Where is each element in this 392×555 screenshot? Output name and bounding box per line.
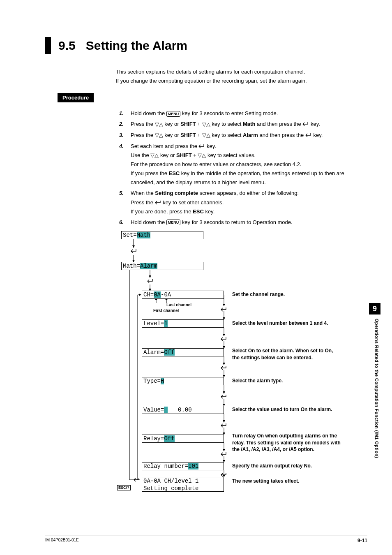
text: Value= [143, 407, 164, 413]
enter-icon [221, 423, 227, 430]
step-number: 4. [119, 142, 131, 187]
footer-doc-id: IM 04P02B01-01E [45, 538, 79, 543]
enter-icon [131, 248, 137, 255]
highlight: Math [137, 232, 151, 238]
step-5: 5. When the Setting complete screen appe… [119, 189, 367, 216]
text: 0.00 [168, 407, 192, 413]
step-body: Set each item and press the key. Use the… [131, 142, 367, 187]
down-up-icon: ▽△ [155, 131, 163, 140]
text: Hold down the [131, 110, 166, 116]
text: Level= [143, 320, 164, 327]
caption-alarm: Select On to set the alarm. When set to … [232, 347, 339, 361]
esc-label: ESC/? [117, 484, 131, 490]
page-footer: IM 04P02B01-01E 9-11 [45, 536, 367, 543]
step-3: 3. Press the ▽△ key or SHIFT + ▽△ key to… [119, 131, 367, 140]
text: For the procedure on how to enter values… [131, 161, 302, 167]
enter-icon [155, 200, 161, 205]
highlight: Off [164, 349, 174, 356]
enter-icon [221, 336, 227, 343]
side-chapter-title: Operations Related to the Computation Fu… [374, 319, 379, 508]
caption-relay-number: Specify the alarm output relay No. [232, 462, 339, 469]
enter-icon [221, 451, 227, 458]
lcd-type: Type=H [142, 377, 224, 385]
text: Hold down the [131, 219, 166, 225]
text: 0A-0A CH/level 1 [143, 478, 198, 484]
intro-line2: If you change the computing equation or … [116, 76, 367, 86]
first-channel-label: First channel [153, 308, 179, 313]
step-body: Hold down the MENU key for 3 seconds to … [131, 109, 367, 118]
section-heading: 9.5 Setting the Alarm [45, 37, 367, 54]
lcd-relay-number: Relay number=I01 [142, 462, 224, 470]
caption-level: Select the level number between 1 and 4. [232, 320, 339, 327]
text: -0A [161, 291, 171, 298]
intro-text: This section explains the details of set… [116, 67, 367, 86]
step-number: 3. [119, 131, 131, 140]
lcd-level: Level=1 [142, 319, 224, 328]
heading-bar [45, 37, 51, 54]
step-number: 1. [119, 109, 131, 118]
text: Relay= [143, 435, 164, 442]
step-body: When the Setting complete screen appears… [131, 189, 367, 216]
text: Type= [143, 378, 161, 384]
down-up-icon: ▽△ [198, 151, 206, 160]
step-body: Press the ▽△ key or SHIFT + ▽△ key to se… [131, 131, 367, 140]
step-number: 2. [119, 120, 131, 129]
down-up-icon: ▽△ [202, 131, 210, 140]
text: Setting complete [143, 485, 198, 492]
footer-page-number: 9-11 [357, 538, 367, 543]
step-2: 2. Press the ▽△ key or SHIFT + ▽△ key to… [119, 120, 367, 129]
down-up-icon: ▽△ [155, 120, 163, 129]
lcd-set: Set=Math [121, 231, 203, 239]
enter-icon [302, 122, 309, 127]
text: Math= [123, 263, 140, 269]
enter-icon [198, 144, 205, 149]
last-channel-label: Last channel [166, 303, 191, 307]
text: Relay number= [143, 463, 188, 469]
chapter-tab: 9 [369, 303, 380, 314]
intro-line1: This section explains the details of set… [116, 67, 367, 76]
heading-text: 9.5 Setting the Alarm [58, 37, 187, 54]
flow-lines [117, 231, 347, 494]
lcd-ch: CH=0A-0A [142, 291, 224, 299]
lcd-value: Value= 0.00 [142, 406, 224, 414]
enter-icon [134, 477, 140, 484]
text: Set= [123, 232, 137, 238]
caption-type: Select the alarm type. [232, 377, 339, 384]
highlight [164, 407, 167, 413]
section-title: Setting the Alarm [86, 39, 187, 52]
enter-icon [221, 365, 227, 372]
down-up-icon: ▽△ [202, 120, 210, 129]
step-number: 6. [119, 218, 131, 227]
caption-value: Select the value used to turn On the ala… [232, 406, 339, 413]
highlight: Alarm [140, 263, 157, 269]
highlight: I01 [188, 463, 198, 469]
text: key for 3 seconds to enter Setting mode. [180, 110, 278, 116]
lcd-math: Math=Alarm [121, 262, 203, 270]
text: key for 3 seconds to return to Operation… [180, 219, 292, 225]
enter-icon [221, 394, 227, 401]
lcd-setting-complete: 0A-0A CH/level 1 Setting complete [142, 477, 224, 492]
highlight: Off [164, 435, 174, 442]
highlight: 1 [164, 320, 167, 327]
caption-ch: Set the channel range. [232, 291, 339, 298]
step-body: Hold down the MENU key for 3 seconds to … [131, 218, 367, 227]
procedure-label: Procedure [58, 93, 94, 102]
menu-key-icon: MENU [166, 220, 181, 225]
flowchart: Set=Math Math=Alarm CH=0A-0A Last channe… [117, 231, 367, 494]
lcd-relay: Relay=Off [142, 435, 224, 443]
enter-icon [221, 307, 227, 314]
highlight: H [161, 378, 164, 384]
esc-key-icon: ESC/? [117, 485, 131, 490]
step-number: 5. [119, 189, 131, 216]
text: CH= [143, 291, 154, 298]
lcd-alarm: Alarm=Off [142, 348, 224, 356]
menu-key-icon: MENU [166, 111, 181, 117]
caption-complete: The new setting takes effect. [232, 478, 339, 485]
enter-icon [147, 278, 154, 285]
step-4: 4. Set each item and press the key. Use … [119, 142, 367, 187]
step-6: 6. Hold down the MENU key for 3 seconds … [119, 218, 367, 227]
step-body: Press the ▽△ key or SHIFT + ▽△ key to se… [131, 120, 367, 129]
text: Alarm= [143, 349, 164, 356]
procedure-steps: 1. Hold down the MENU key for 3 seconds … [119, 109, 367, 227]
highlight: 0A [154, 291, 161, 298]
